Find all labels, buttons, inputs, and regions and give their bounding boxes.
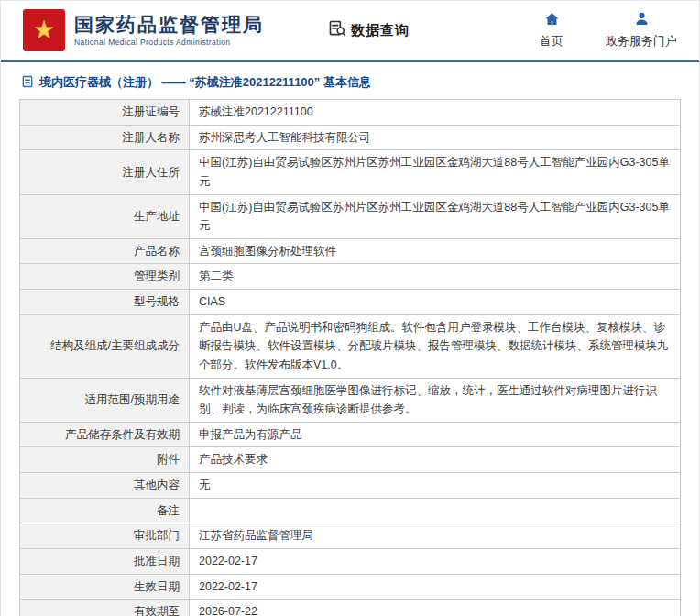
table-row: 有效期至2026-07-22 [20,600,681,616]
row-label: 生产地址 [20,194,190,238]
row-value: 2022-02-17 [190,548,681,574]
registration-info-table: 注册证编号苏械注准20212211100注册人名称苏州深思考人工智能科技有限公司… [19,99,681,616]
home-icon [544,11,560,30]
row-value: 无 [190,473,681,499]
table-row: 备注 [20,498,681,523]
row-value: 产品技术要求 [190,447,681,473]
site-header: ★ 国家药品监督管理局 National Medical Products Ad… [1,1,699,60]
row-label: 批准日期 [20,548,190,574]
table-row: 生效日期2022-02-17 [20,574,681,600]
table-row: 产品名称宫颈细胞图像分析处理软件 [20,238,681,264]
row-label: 型号规格 [20,290,190,315]
row-value: 苏械注准20212211100 [190,100,681,126]
row-label: 附件 [20,447,190,473]
row-value: 申报产品为有源产品 [190,422,681,447]
document-icon [21,75,34,91]
table-row: 型号规格CIAS [20,290,681,315]
row-value: 中国(江苏)自由贸易试验区苏州片区苏州工业园区金鸡湖大道88号人工智能产业园内G… [190,194,681,238]
nav-portal-label: 政务服务门户 [606,33,677,50]
nav-portal[interactable]: 政务服务门户 [606,11,677,50]
row-label: 审批部门 [20,523,190,549]
table-row: 其他内容无 [20,473,681,499]
row-value: 中国(江苏)自由贸易试验区苏州片区苏州工业园区金鸡湖大道88号人工智能产业园内G… [190,150,681,194]
agency-name-en: National Medical Products Administration [74,38,264,47]
row-value: 2026-07-22 [190,600,681,616]
row-label: 注册人住所 [20,150,190,194]
row-label: 产品储存条件及有效期 [20,422,190,447]
main-content: 境内医疗器械（注册） —— “苏械注准20212211100” 基本信息 注册证… [1,62,699,616]
row-value: 2022-02-17 [190,574,681,600]
row-label: 管理类别 [20,264,190,290]
table-row: 产品储存条件及有效期申报产品为有源产品 [20,422,681,447]
row-label: 适用范围/预期用途 [20,378,190,422]
national-emblem-logo[interactable]: ★ [23,9,65,51]
row-label: 产品名称 [20,238,190,264]
table-row: 批准日期2022-02-17 [20,548,681,574]
row-label: 结构及组成/主要组成成分 [20,314,190,378]
table-row: 注册人住所中国(江苏)自由贸易试验区苏州片区苏州工业园区金鸡湖大道88号人工智能… [20,150,681,194]
row-label: 注册证编号 [20,100,190,126]
table-row: 附件产品技术要求 [20,447,681,473]
row-label: 注册人名称 [20,125,190,150]
row-value: 产品由U盘、产品说明书和密码狗组成。软件包含用户登录模块、工作台模块、复核模块、… [190,314,681,378]
table-row: 注册人名称苏州深思考人工智能科技有限公司 [20,125,681,150]
table-row: 注册证编号苏械注准20212211100 [20,100,681,126]
table-row: 生产地址中国(江苏)自由贸易试验区苏州片区苏州工业园区金鸡湖大道88号人工智能产… [20,194,681,238]
breadcrumb: 境内医疗器械（注册） —— “苏械注准20212211100” 基本信息 [19,62,681,99]
table-row: 审批部门江苏省药品监督管理局 [20,523,681,549]
row-value: 第二类 [190,264,681,290]
breadcrumb-text: 境内医疗器械（注册） —— “苏械注准20212211100” 基本信息 [39,74,371,91]
nav-home[interactable]: 首页 [540,11,563,50]
nav-data-query[interactable]: 数据查询 [328,19,410,41]
row-label: 生效日期 [20,574,190,600]
row-value [190,498,681,523]
agency-title-block: 国家药品监督管理局 National Medical Products Admi… [74,14,264,47]
row-value: 江苏省药品监督管理局 [190,523,681,549]
table-row: 结构及组成/主要组成成分产品由U盘、产品说明书和密码狗组成。软件包含用户登录模块… [20,314,681,378]
row-label: 有效期至 [20,600,190,616]
nav-home-label: 首页 [540,33,563,50]
row-label: 其他内容 [20,473,190,499]
emblem-star-icon: ★ [32,17,55,43]
table-row: 管理类别第二类 [20,264,681,290]
row-value: 苏州深思考人工智能科技有限公司 [190,125,681,150]
row-value: 软件对液基薄层宫颈细胞医学图像进行标记、缩放，统计，医生通过软件对病理图片进行识… [190,378,681,422]
data-query-icon [328,19,346,41]
row-value: 宫颈细胞图像分析处理软件 [190,238,681,264]
page: ★ 国家药品监督管理局 National Medical Products Ad… [0,0,700,616]
top-nav: 首页 政务服务门户 [540,11,677,50]
row-label: 备注 [20,498,190,523]
row-value: CIAS [190,290,681,315]
user-icon [634,11,650,30]
table-row: 适用范围/预期用途软件对液基薄层宫颈细胞医学图像进行标记、缩放，统计，医生通过软… [20,378,681,422]
data-query-label: 数据查询 [351,22,410,39]
agency-name-cn: 国家药品监督管理局 [74,14,264,36]
